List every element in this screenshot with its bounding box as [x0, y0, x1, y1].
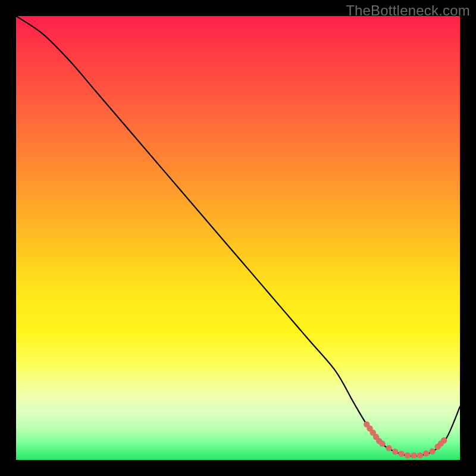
watermark-text: TheBottleneck.com [346, 2, 470, 19]
chart-frame: TheBottleneck.com [0, 0, 476, 476]
highlight-dot [386, 445, 392, 451]
highlight-dot [441, 437, 447, 443]
highlight-dot [423, 450, 429, 456]
plot-area [16, 16, 460, 460]
highlight-dot [405, 452, 411, 458]
highlight-dot [392, 449, 398, 455]
bottleneck-curve-path [16, 16, 460, 456]
highlight-dot [398, 450, 404, 456]
highlight-dot [430, 448, 436, 454]
valley-highlight-dots [364, 421, 447, 459]
highlight-dot [411, 452, 416, 458]
highlight-dot [417, 452, 423, 458]
highlight-dot [379, 440, 385, 446]
curve-layer [16, 16, 460, 460]
